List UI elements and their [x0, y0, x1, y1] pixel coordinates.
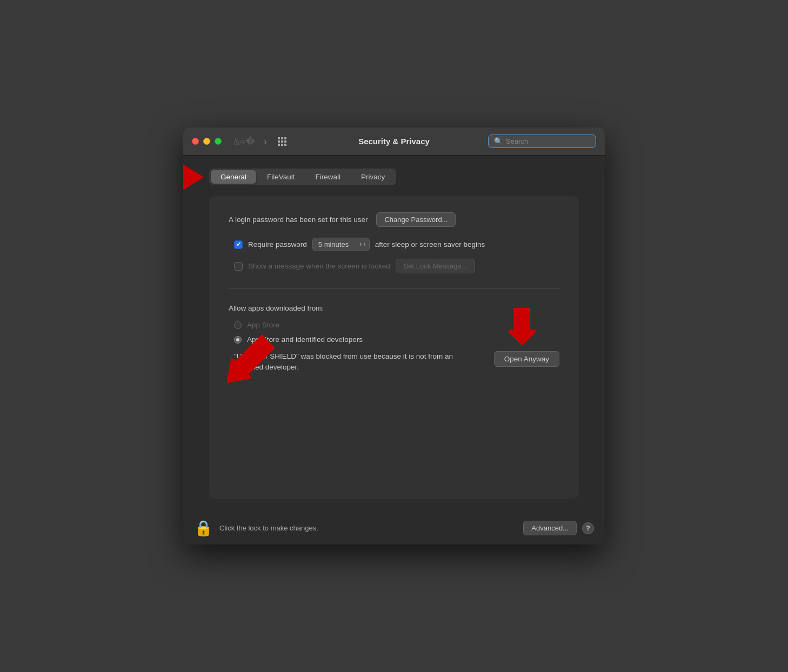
password-label: A login password has been set for this u…	[229, 216, 368, 224]
search-box[interactable]: 🔍	[488, 135, 596, 148]
app-grid-button[interactable]	[275, 136, 290, 147]
red-arrow-open-anyway	[509, 308, 536, 346]
require-password-row: ✓ Require password immediately 5 seconds…	[234, 238, 559, 251]
advanced-button[interactable]: Advanced...	[523, 521, 577, 535]
forward-button[interactable]: ›	[261, 136, 270, 147]
tab-bar: General FileVault Firewall Privacy	[209, 169, 396, 185]
tab-general[interactable]: General	[211, 170, 256, 184]
set-lock-message-button: Set Lock Message...	[396, 259, 476, 273]
bottom-right: Advanced... ?	[523, 521, 594, 535]
show-message-row: Show a message when the screen is locked…	[234, 259, 559, 273]
lock-icon[interactable]: 🔒	[194, 519, 213, 537]
password-timeout-wrapper: immediately 5 seconds 1 minute 5 minutes…	[312, 238, 370, 251]
tab-filevault[interactable]: FileVault	[257, 170, 305, 184]
show-message-checkbox[interactable]	[234, 262, 243, 271]
svg-marker-2	[509, 308, 536, 346]
minimize-button[interactable]	[203, 138, 210, 145]
checkmark-icon: ✓	[236, 241, 241, 247]
main-window: &#� › Security & Privacy 🔍 General F	[183, 127, 605, 545]
main-content: General FileVault Firewall Privacy A log…	[183, 156, 605, 512]
open-anyway-wrapper: Open Anyway	[485, 351, 559, 367]
divider	[229, 288, 559, 289]
after-sleep-label: after sleep or screen saver begins	[375, 240, 485, 248]
blocked-app-row: "UA Cyber SHIELD" was blocked from use b…	[229, 351, 559, 373]
traffic-lights	[192, 138, 222, 145]
grid-icon	[278, 137, 286, 146]
require-password-label: Require password	[248, 240, 307, 248]
back-button[interactable]: &#�	[230, 136, 258, 147]
red-arrow-tab	[183, 164, 204, 191]
window-title: Security & Privacy	[358, 137, 430, 146]
nav-buttons: &#� ›	[230, 136, 270, 147]
content-panel: A login password has been set for this u…	[209, 196, 579, 499]
password-timeout-select[interactable]: immediately 5 seconds 1 minute 5 minutes…	[312, 238, 370, 251]
help-button[interactable]: ?	[582, 522, 594, 534]
password-section: A login password has been set for this u…	[229, 212, 559, 227]
close-button[interactable]	[192, 138, 199, 145]
lock-text: Click the lock to make changes.	[219, 524, 318, 532]
search-input[interactable]	[506, 137, 590, 145]
show-message-label: Show a message when the screen is locked	[248, 262, 390, 270]
allow-apps-section: Allow apps downloaded from: App Store Ap…	[229, 304, 559, 373]
svg-marker-0	[183, 164, 204, 191]
maximize-button[interactable]	[215, 138, 222, 145]
titlebar: &#� › Security & Privacy 🔍	[183, 127, 605, 156]
require-password-checkbox[interactable]: ✓	[234, 240, 243, 249]
search-icon: 🔍	[494, 137, 503, 145]
app-store-identified-radio[interactable]	[234, 336, 242, 344]
tabs-area: General FileVault Firewall Privacy	[209, 169, 579, 185]
app-store-radio[interactable]	[234, 321, 242, 329]
app-store-radio-label: App Store	[247, 321, 279, 329]
change-password-button[interactable]: Change Password...	[376, 212, 456, 227]
tab-firewall[interactable]: Firewall	[306, 170, 351, 184]
open-anyway-button[interactable]: Open Anyway	[494, 351, 559, 367]
bottom-bar: 🔒 Click the lock to make changes. Advanc…	[183, 512, 605, 545]
tab-privacy[interactable]: Privacy	[351, 170, 395, 184]
radio-selected-dot	[236, 338, 239, 341]
